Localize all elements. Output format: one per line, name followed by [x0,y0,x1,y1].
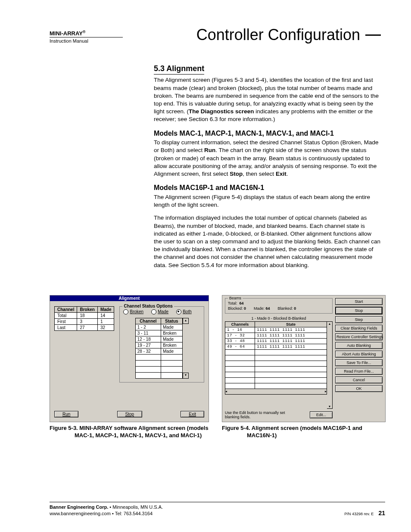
sub-heading-models-b: Models MAC16P-1 and MAC16N-1 [154,183,381,193]
start-button[interactable]: Start [335,298,383,305]
table-row: 28 - 32Made [135,348,182,354]
body-content: 5.3 Alignment The Alignment screen (Figu… [154,63,381,269]
radio-both[interactable]: Both [176,309,192,314]
part-number: P/N 43298 rev. E [344,512,374,516]
clear-blanking-button[interactable]: Clear Blanking Fields [335,325,383,332]
exit-button[interactable]: Exit [181,411,204,417]
read-from-file-button[interactable]: Read From File... [335,368,383,375]
table-row: 1 - 161111 1111 1111 1111 [225,327,327,333]
figure-caption-5-3: Figure 5-3. MINI-ARRAY software Alignmen… [50,425,209,439]
alignment-window-a: Alignment Channel Broken Made Total1814 … [50,295,209,422]
table-row: 19 - 27Broken [135,342,182,348]
title-bar-decoration [365,34,381,36]
channel-summary-table: Channel Broken Made Total1814 First31 La… [54,306,114,331]
page-number: 21 [378,510,385,516]
edit-hint-row: Use the Edit button to manually set blan… [225,411,333,419]
sub-heading-models-a: Models MAC-1, MACP-1, MACN-1, MACV-1, an… [154,129,381,138]
scroll-down-icon[interactable]: ▾ [183,373,189,379]
button-column: Start Stop Step Clear Blanking Fields Re… [335,298,383,419]
header-right: Controller Configuration [196,26,381,44]
section-heading: 5.3 Alignment [154,63,204,75]
scroll-up-icon[interactable]: ▴ [183,318,189,324]
beams-summary-group: Beams Total: 64 Blocked: 0 Made: 64 Blan… [225,298,333,314]
table-row: 49 - 641111 1111 1111 1111 [225,344,327,349]
stop-button[interactable]: Stop [335,307,383,314]
alignment-window-b: Beams Total: 64 Blocked: 0 Made: 64 Blan… [222,295,386,422]
vertical-scrollbar[interactable]: ▴▾ [327,321,333,409]
table-row: Last2732 [55,324,114,330]
ok-button[interactable]: OK [335,385,383,392]
paragraph-models-a: To display current information, select t… [154,139,381,178]
table-row: Total1814 [55,312,114,318]
figure-5-3: Alignment Channel Broken Made Total1814 … [50,295,209,439]
table-row: 17 - 321111 1111 1111 1111 [225,333,327,338]
figure-5-4: Beams Total: 64 Blocked: 0 Made: 64 Blan… [222,295,386,439]
window-titlebar: Alignment [50,296,209,301]
restore-settings-button[interactable]: Restore Controller Settings [335,333,383,340]
run-button[interactable]: Run [54,411,78,417]
table-row: First31 [55,318,114,324]
edit-button[interactable]: Edit... [310,411,333,418]
header-left: MINI-ARRAY® Instruction Manual [50,30,123,44]
table-row: 1 - 2Made [135,324,182,330]
abort-auto-blanking-button[interactable]: Abort Auto Blanking [335,351,383,358]
figure-caption-5-4: Figure 5-4. Alignment screen (models MAC… [222,425,386,439]
channel-status-options-group: Channel Status Options Broken Made Both … [119,306,204,383]
paragraph-models-b-1: The Alignment screen (Figure 5-4) displa… [154,193,381,209]
state-legend: 1 - Made 0 - Blocked B-Blanked [225,316,333,320]
table-row: 3 - 11Broken [135,330,182,336]
step-button[interactable]: Step [335,316,383,323]
table-row: 33 - 481111 1111 1111 1111 [225,338,327,344]
page-footer: Banner Engineering Corp. • Minneapolis, … [50,502,385,516]
radio-broken[interactable]: Broken [123,309,143,314]
stop-button[interactable]: Stop [117,411,143,417]
product-name: MINI-ARRAY [50,30,83,37]
save-to-file-button[interactable]: Save To File... [335,359,383,366]
auto-blanking-button[interactable]: Auto Blanking [335,342,383,349]
channel-state-table: ChannelsState 1 - 161111 1111 1111 1111 … [225,321,327,389]
paragraph-intro: The Alignment screen (Figures 5-3 and 5-… [154,76,381,123]
cancel-button[interactable]: Cancel [335,376,383,383]
channel-status-table: ChannelStatus 1 - 2Made 3 - 11Broken 12 … [135,318,183,379]
paragraph-models-b-2: The information displayed includes the t… [154,214,381,269]
header-subtitle: Instruction Manual [50,37,123,44]
page-title: Controller Configuration [196,26,360,44]
table-row: 12 - 18Made [135,336,182,342]
horizontal-scrollbar[interactable]: ◂▸ [225,389,327,395]
radio-made[interactable]: Made [151,309,168,314]
registered-mark: ® [83,30,86,34]
